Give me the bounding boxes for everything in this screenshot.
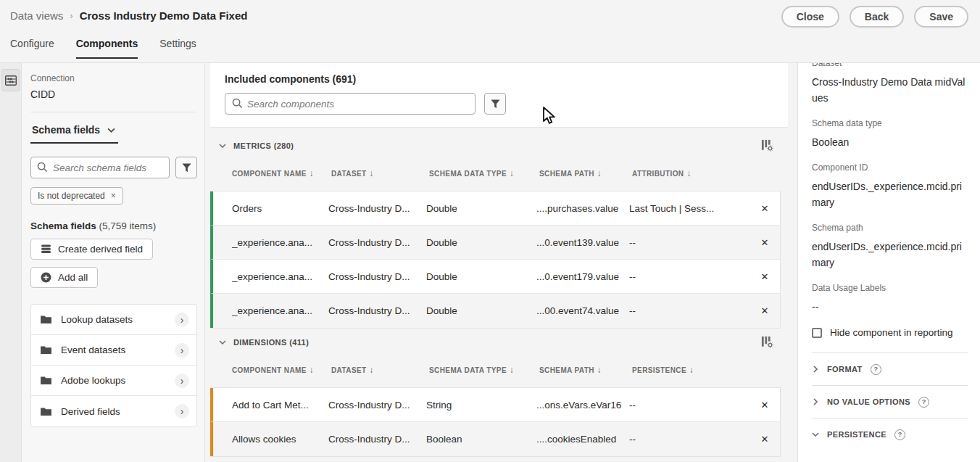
schema-sidebar: Connection CIDD Schema fields Is not dep… bbox=[22, 63, 205, 462]
accordion-no-value-options-label: NO VALUE OPTIONS bbox=[827, 397, 910, 406]
folder-label: Lookup datasets bbox=[61, 314, 166, 325]
search-schema-fields-input[interactable] bbox=[30, 157, 170, 178]
cell-dataset: Cross-Industry D... bbox=[328, 271, 426, 282]
column-header-schema-data-type[interactable]: SCHEMA DATA TYPE ↓ bbox=[429, 363, 539, 377]
column-header-schema-path[interactable]: SCHEMA PATH ↓ bbox=[539, 166, 632, 181]
component-details-panel: Dataset Cross-Industry Demo Data midValu… bbox=[797, 63, 980, 462]
remove-component-button[interactable]: ✕ bbox=[754, 271, 780, 282]
tab-configure[interactable]: Configure bbox=[10, 38, 54, 59]
cell-name: Add to Cart Met... bbox=[232, 400, 328, 411]
data-view-rail-button[interactable] bbox=[1, 69, 20, 91]
add-circle-icon bbox=[41, 272, 51, 283]
schema-filter-button[interactable] bbox=[175, 157, 197, 178]
abacus-icon bbox=[5, 75, 17, 86]
chevron-right-icon[interactable]: › bbox=[175, 404, 189, 418]
sort-arrow-icon: ↓ bbox=[686, 365, 694, 375]
detail-value-schema-data-type: Boolean bbox=[812, 134, 968, 150]
chevron-down-icon[interactable] bbox=[219, 340, 226, 345]
cell-path: ...0.event179.value bbox=[536, 271, 629, 282]
components-filter-button[interactable] bbox=[484, 93, 506, 115]
tab-settings[interactable]: Settings bbox=[159, 38, 196, 59]
folder-item-event-datasets[interactable]: Event datasets› bbox=[31, 335, 196, 366]
remove-component-button[interactable]: ✕ bbox=[754, 203, 780, 214]
breadcrumb-root-link[interactable]: Data views bbox=[10, 9, 63, 22]
cell-path: ...00.event74.value bbox=[536, 305, 629, 316]
column-header-attribution[interactable]: ATTRIBUTION ↓ bbox=[632, 166, 757, 181]
cell-extra: -- bbox=[629, 237, 754, 248]
sort-arrow-icon: ↓ bbox=[684, 168, 691, 178]
cell-type: Double bbox=[426, 203, 536, 214]
column-settings-icon[interactable] bbox=[761, 139, 773, 152]
help-icon[interactable]: ? bbox=[894, 429, 905, 440]
component-row[interactable]: _experience.ana...Cross-Industry D...Dou… bbox=[210, 260, 780, 294]
component-row[interactable]: _experience.ana...Cross-Industry D...Dou… bbox=[210, 294, 780, 328]
tab-components[interactable]: Components bbox=[76, 38, 138, 59]
remove-component-button[interactable]: ✕ bbox=[754, 237, 780, 248]
cell-name: _experience.ana... bbox=[232, 237, 328, 248]
search-components-input[interactable] bbox=[225, 93, 476, 115]
column-header-dataset[interactable]: DATASET ↓ bbox=[331, 166, 429, 181]
hide-component-checkbox[interactable] bbox=[812, 328, 822, 338]
accordion-no-value-options[interactable]: NO VALUE OPTIONS ? bbox=[812, 385, 968, 418]
chevron-down-icon bbox=[107, 128, 115, 133]
component-row[interactable]: Allows cookiesCross-Industry D...Boolean… bbox=[210, 422, 780, 456]
cell-name: Allows cookies bbox=[232, 434, 328, 445]
section-title: METRICS (280) bbox=[233, 141, 294, 150]
component-row[interactable]: OrdersCross-Industry D...Double....purch… bbox=[210, 191, 780, 226]
schema-fields-count: (5,759 items) bbox=[99, 220, 157, 231]
top-header: Data views › Cross Industry Demo Data Fi… bbox=[0, 0, 980, 63]
hide-component-row[interactable]: Hide component in reporting bbox=[812, 327, 968, 338]
cell-type: String bbox=[426, 400, 536, 411]
sort-arrow-icon: ↓ bbox=[594, 365, 602, 375]
column-header-schema-path[interactable]: SCHEMA PATH ↓ bbox=[539, 363, 632, 377]
chevron-right-icon[interactable]: › bbox=[175, 313, 189, 327]
table-body: Add to Cart Met...Cross-Industry D...Str… bbox=[210, 387, 781, 457]
detail-label-schema-data-type: Schema data type bbox=[812, 118, 968, 128]
add-all-label: Add all bbox=[58, 272, 88, 283]
database-icon bbox=[41, 244, 51, 254]
column-header-dataset[interactable]: DATASET ↓ bbox=[331, 363, 429, 377]
section-metrics: METRICS (280)COMPONENT NAME ↓DATASET ↓SC… bbox=[210, 132, 781, 329]
remove-component-button[interactable]: ✕ bbox=[754, 400, 780, 411]
filter-tag-is-not-deprecated[interactable]: Is not deprecated × bbox=[30, 187, 123, 205]
component-row[interactable]: Add to Cart Met...Cross-Industry D...Str… bbox=[210, 388, 780, 422]
chevron-right-icon[interactable]: › bbox=[175, 343, 189, 358]
folder-item-lookup-datasets[interactable]: Lookup datasets› bbox=[31, 305, 196, 335]
remove-component-button[interactable]: ✕ bbox=[754, 305, 780, 316]
close-button[interactable]: Close bbox=[781, 6, 839, 28]
cell-type: Double bbox=[426, 271, 536, 282]
cell-extra: -- bbox=[629, 400, 754, 411]
folder-item-derived-fields[interactable]: Derived fields› bbox=[31, 396, 196, 426]
cell-type: Boolean bbox=[426, 434, 536, 445]
add-all-button[interactable]: Add all bbox=[30, 267, 98, 288]
accordion-persistence[interactable]: PERSISTENCE ? bbox=[812, 418, 968, 450]
help-icon[interactable]: ? bbox=[871, 364, 881, 375]
help-icon[interactable]: ? bbox=[918, 397, 929, 408]
accordion-persistence-label: PERSISTENCE bbox=[827, 430, 886, 439]
column-header-component-name[interactable]: COMPONENT NAME ↓ bbox=[232, 166, 331, 181]
component-row[interactable]: _experience.ana...Cross-Industry D...Dou… bbox=[210, 226, 780, 260]
folder-icon bbox=[40, 315, 52, 324]
chevron-right-icon[interactable]: › bbox=[175, 374, 189, 388]
connection-label: Connection bbox=[30, 73, 197, 83]
create-derived-field-button[interactable]: Create derived field bbox=[30, 239, 153, 260]
folder-item-adobe-lookups[interactable]: Adobe lookups› bbox=[31, 366, 196, 396]
table-body: OrdersCross-Industry D...Double....purch… bbox=[210, 191, 781, 329]
component-sections: METRICS (280)COMPONENT NAME ↓DATASET ↓SC… bbox=[210, 128, 788, 457]
column-header-persistence[interactable]: PERSISTENCE ↓ bbox=[632, 363, 757, 377]
accordion-format[interactable]: FORMAT ? bbox=[812, 352, 968, 385]
detail-value-data-usage-labels: -- bbox=[812, 299, 968, 315]
search-icon bbox=[232, 98, 243, 109]
cell-name: Orders bbox=[232, 203, 328, 214]
column-header-schema-data-type[interactable]: SCHEMA DATA TYPE ↓ bbox=[429, 166, 539, 181]
save-button[interactable]: Save bbox=[914, 6, 968, 28]
schema-fields-dropdown[interactable]: Schema fields bbox=[30, 123, 118, 144]
column-settings-icon[interactable] bbox=[761, 336, 773, 348]
back-button[interactable]: Back bbox=[850, 6, 904, 28]
chevron-down-icon bbox=[812, 432, 819, 437]
remove-component-button[interactable]: ✕ bbox=[754, 434, 780, 445]
remove-tag-icon[interactable]: × bbox=[111, 191, 116, 201]
sort-arrow-icon: ↓ bbox=[507, 365, 514, 375]
column-header-component-name[interactable]: COMPONENT NAME ↓ bbox=[232, 363, 331, 377]
chevron-down-icon[interactable] bbox=[219, 144, 226, 148]
